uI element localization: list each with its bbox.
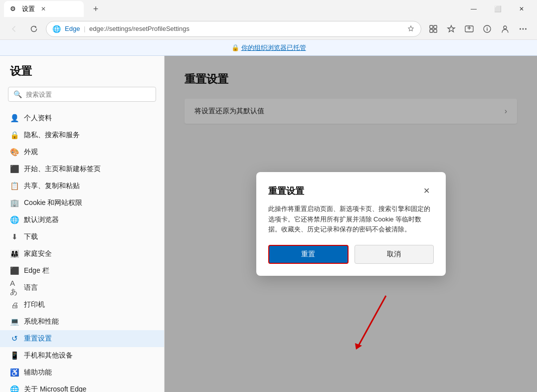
sidebar-label-appearance: 外观 [24, 148, 38, 157]
title-bar: ⚙ 设置 ✕ + — ⬜ ✕ [0, 0, 537, 18]
dialog-close-button[interactable]: ✕ [420, 184, 434, 198]
info-lock-icon: 🔒 [231, 44, 239, 51]
sidebar-item-accessibility[interactable]: ♿辅助功能 [0, 364, 164, 381]
sidebar-item-newtab[interactable]: ⬛开始、主页和新建标签页 [0, 161, 164, 178]
svg-point-7 [520, 28, 521, 29]
dialog-title: 重置设置 [268, 185, 304, 197]
search-input[interactable] [26, 91, 151, 98]
dialog-body: 此操作将重置启动页面、新选项卡页、搜索引擎和固定的选项卡。它还将禁用所有扩展并清… [268, 204, 434, 235]
favorites-button[interactable] [443, 21, 459, 37]
sidebar: 设置 🔍 👤个人资料🔒隐私、搜索和服务🎨外观⬛开始、主页和新建标签页📋共享、复制… [0, 56, 165, 392]
sidebar-icon-cookies: 🏢 [10, 198, 19, 207]
sidebar-item-language[interactable]: Aあ语言 [0, 279, 164, 296]
info-text[interactable]: 你的组织浏览器已托管 [241, 43, 306, 52]
star-icon[interactable] [407, 25, 415, 33]
cancel-button[interactable]: 取消 [355, 245, 434, 264]
sidebar-item-edgebar[interactable]: ⬛Edge 栏 [0, 262, 164, 279]
sidebar-item-share[interactable]: 📋共享、复制和粘贴 [0, 178, 164, 195]
sidebar-label-system: 系统和性能 [24, 317, 59, 326]
sidebar-title: 设置 [0, 64, 164, 87]
tab-label: 设置 [22, 4, 35, 13]
browser-tab[interactable]: ⚙ 设置 ✕ [4, 1, 84, 17]
feedback-button[interactable] [479, 21, 495, 37]
collections-button[interactable] [425, 21, 441, 37]
svg-point-9 [525, 28, 527, 29]
sidebar-icon-browser: 🌐 [10, 215, 19, 224]
tab-close-button[interactable]: ✕ [39, 4, 48, 13]
sidebar-item-about[interactable]: 🌐关于 Microsoft Edge [0, 381, 164, 392]
new-tab-button[interactable]: + [88, 1, 104, 17]
sidebar-items: 👤个人资料🔒隐私、搜索和服务🎨外观⬛开始、主页和新建标签页📋共享、复制和粘贴🏢C… [0, 110, 164, 392]
svg-point-8 [523, 28, 524, 29]
content-area: 重置设置 将设置还原为其默认值 › 重置设置 ✕ 此操作将重置启动页面、新选项卡… [165, 56, 537, 392]
svg-rect-0 [430, 25, 433, 28]
sidebar-icon-downloads: ⬇ [10, 232, 19, 241]
sidebar-label-family: 家庭安全 [24, 249, 52, 258]
sidebar-label-edgebar: Edge 栏 [24, 266, 49, 275]
toolbar-icons [425, 21, 531, 37]
sidebar-item-profile[interactable]: 👤个人资料 [0, 110, 164, 127]
window-controls: — ⬜ ✕ [462, 1, 533, 17]
main-layout: 设置 🔍 👤个人资料🔒隐私、搜索和服务🎨外观⬛开始、主页和新建标签页📋共享、复制… [0, 56, 537, 392]
sidebar-label-newtab: 开始、主页和新建标签页 [24, 165, 101, 174]
sidebar-icon-mobile: 📱 [10, 351, 19, 360]
sidebar-label-language: 语言 [24, 283, 38, 292]
sidebar-icon-profile: 👤 [10, 114, 19, 123]
dialog-header: 重置设置 ✕ [268, 184, 434, 198]
svg-point-6 [504, 26, 507, 29]
sidebar-icon-newtab: ⬛ [10, 165, 19, 174]
sidebar-label-about: 关于 Microsoft Edge [24, 385, 86, 392]
confirm-reset-button[interactable]: 重置 [268, 245, 349, 264]
search-box[interactable]: 🔍 [8, 87, 156, 102]
sidebar-icon-system: 💻 [10, 317, 19, 326]
sidebar-item-reset[interactable]: ↺重置设置 [0, 330, 164, 347]
sidebar-item-mobile[interactable]: 📱手机和其他设备 [0, 347, 164, 364]
sidebar-item-appearance[interactable]: 🎨外观 [0, 144, 164, 161]
info-bar: 🔒 你的组织浏览器已托管 [0, 40, 537, 56]
sidebar-icon-printer: 🖨 [10, 300, 19, 309]
back-button[interactable] [6, 21, 22, 37]
reset-dialog: 重置设置 ✕ 此操作将重置启动页面、新选项卡页、搜索引擎和固定的选项卡。它还将禁… [256, 172, 446, 276]
sidebar-label-browser: 默认浏览器 [24, 215, 59, 224]
sidebar-item-downloads[interactable]: ⬇下载 [0, 228, 164, 245]
sidebar-icon-edgebar: ⬛ [10, 266, 19, 275]
sidebar-label-accessibility: 辅助功能 [24, 368, 52, 377]
sidebar-item-privacy[interactable]: 🔒隐私、搜索和服务 [0, 127, 164, 144]
sidebar-icon-accessibility: ♿ [10, 368, 19, 377]
sidebar-icon-family: 👨‍👩‍👧 [10, 249, 19, 258]
svg-rect-1 [434, 25, 437, 28]
address-favicon-icon: 🌐 [52, 25, 61, 33]
close-button[interactable]: ✕ [510, 1, 533, 17]
minimize-button[interactable]: — [462, 1, 485, 17]
profile-button[interactable] [497, 21, 513, 37]
svg-rect-3 [434, 29, 437, 32]
sidebar-label-reset: 重置设置 [24, 334, 52, 343]
sidebar-item-system[interactable]: 💻系统和性能 [0, 313, 164, 330]
title-bar-left: ⚙ 设置 ✕ + [4, 1, 104, 17]
sidebar-label-privacy: 隐私、搜索和服务 [24, 131, 80, 140]
sidebar-label-share: 共享、复制和粘贴 [24, 182, 80, 191]
sidebar-label-cookies: Cookie 和网站权限 [24, 198, 82, 207]
restore-button[interactable]: ⬜ [486, 1, 509, 17]
sidebar-item-browser[interactable]: 🌐默认浏览器 [0, 211, 164, 228]
sidebar-item-printer[interactable]: 🖨打印机 [0, 296, 164, 313]
sidebar-icon-share: 📋 [10, 182, 19, 191]
search-icon: 🔍 [13, 90, 22, 98]
address-bar[interactable]: 🌐 Edge | edge://settings/resetProfileSet… [46, 21, 421, 37]
sidebar-icon-about: 🌐 [10, 385, 19, 392]
dialog-overlay: 重置设置 ✕ 此操作将重置启动页面、新选项卡页、搜索引擎和固定的选项卡。它还将禁… [165, 56, 537, 392]
browser-toolbar: 🌐 Edge | edge://settings/resetProfileSet… [0, 18, 537, 40]
sidebar-label-mobile: 手机和其他设备 [24, 351, 73, 360]
sidebar-item-cookies[interactable]: 🏢Cookie 和网站权限 [0, 195, 164, 211]
sidebar-item-family[interactable]: 👨‍👩‍👧家庭安全 [0, 245, 164, 262]
sidebar-label-downloads: 下载 [24, 232, 38, 241]
sidebar-icon-privacy: 🔒 [10, 131, 19, 140]
more-button[interactable] [515, 21, 531, 37]
svg-rect-2 [430, 29, 433, 32]
address-text: Edge | edge://settings/resetProfileSetti… [65, 25, 403, 32]
tab-favicon-icon: ⚙ [10, 5, 18, 13]
refresh-button[interactable] [26, 21, 42, 37]
sidebar-label-printer: 打印机 [24, 300, 45, 309]
share-button[interactable] [461, 21, 477, 37]
sidebar-icon-appearance: 🎨 [10, 148, 19, 157]
